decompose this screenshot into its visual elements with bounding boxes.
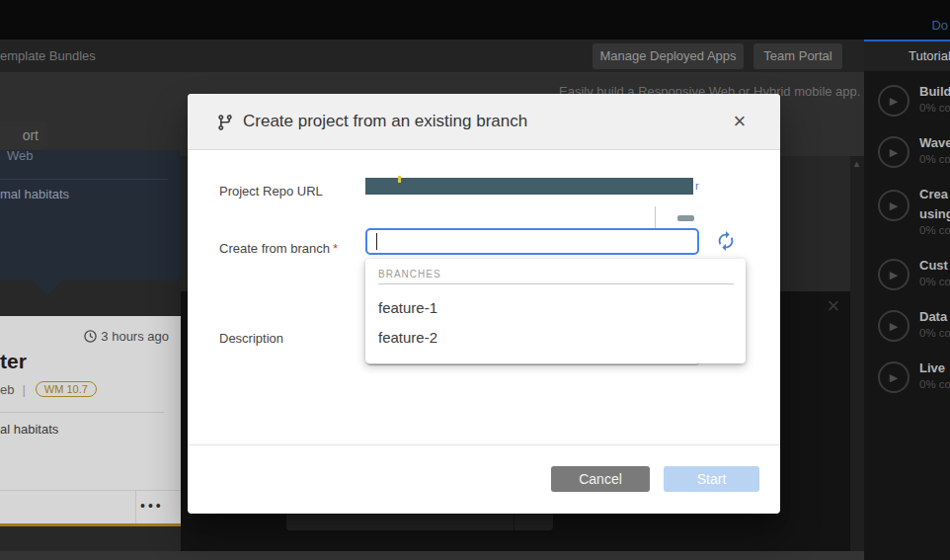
tutorials-panel: Tutorial ▶ Build 0% co ▶ Wave 0% co ▶ Cr… <box>864 40 950 560</box>
tooltip-divider <box>0 179 168 180</box>
play-icon[interactable]: ▶ <box>878 190 910 221</box>
git-branch-icon <box>216 113 234 132</box>
card-divider <box>0 412 164 413</box>
card-more-menu-icon[interactable]: ••• <box>140 498 164 514</box>
project-timestamp-label: 3 hours ago <box>101 329 169 344</box>
project-title: ter <box>0 350 27 373</box>
tutorial-item-title[interactable]: Live <box>919 360 945 375</box>
play-icon[interactable]: ▶ <box>878 310 910 342</box>
branch-label: Create from branch <box>219 241 330 256</box>
top-app-bar: Do <box>0 0 950 40</box>
modal-footer-divider <box>188 444 780 445</box>
import-button[interactable]: ort <box>0 121 47 149</box>
cancel-button[interactable]: Cancel <box>551 466 650 492</box>
background-panel-close-icon[interactable]: × <box>822 294 845 318</box>
vertical-scrollbar[interactable] <box>850 156 864 551</box>
branches-group-underline <box>378 283 734 284</box>
description-label: Description <box>219 331 283 346</box>
tooltip-description-text: mal habitats <box>0 187 69 201</box>
tutorial-item-title[interactable]: Cust <box>919 258 948 273</box>
clock-icon <box>84 330 97 343</box>
platform-separator: | <box>22 382 25 397</box>
start-button[interactable]: Start <box>664 466 759 492</box>
project-tooltip: Web mal habitats <box>0 150 181 280</box>
selection-artifact-dash <box>677 215 694 221</box>
project-platform: eb <box>0 382 14 397</box>
text-caret <box>376 233 377 250</box>
scroll-up-arrow-icon[interactable]: ▲ <box>852 159 861 169</box>
play-icon[interactable]: ▶ <box>878 259 910 290</box>
secondary-nav-bar: emplate Bundles Manage Deployed Apps Tea… <box>0 40 864 72</box>
template-bundles-tab[interactable]: emplate Bundles <box>0 48 96 63</box>
tutorial-item-title[interactable]: Data <box>919 309 947 324</box>
modal-header: Create project from an existing branch × <box>188 94 780 150</box>
tutorial-item-title[interactable]: Crea <box>919 187 948 201</box>
tutorial-item-progress: 0% co <box>919 327 950 339</box>
project-timestamp: 3 hours ago <box>84 329 169 344</box>
branches-group-header: BRANCHES <box>378 269 441 280</box>
tutorial-item-title[interactable]: Build <box>919 84 950 99</box>
background-dialog-footer-divider <box>514 514 515 530</box>
branch-option[interactable]: feature-1 <box>378 299 437 316</box>
docs-link[interactable]: Do <box>931 18 948 33</box>
repo-url-trailing-char: r <box>695 180 699 192</box>
create-project-modal: Create project from an existing branch ×… <box>188 94 780 514</box>
play-icon[interactable]: ▶ <box>878 361 910 393</box>
tooltip-arrow <box>33 280 62 295</box>
branch-label-row: Create from branch* <box>219 241 338 256</box>
card-footer-divider <box>0 490 181 491</box>
repo-url-value-selected[interactable] <box>365 178 693 195</box>
play-icon[interactable]: ▶ <box>878 85 910 117</box>
required-asterisk: * <box>333 241 338 256</box>
tutorial-item-progress: 0% co <box>919 378 950 390</box>
modal-close-icon[interactable]: × <box>725 108 754 137</box>
project-card[interactable]: 3 hours ago ter eb|WM 10.7 al habitats •… <box>0 316 181 526</box>
repo-url-label: Project Repo URL <box>219 184 323 199</box>
modal-title: Create project from an existing branch <box>243 112 527 131</box>
card-menu-divider <box>135 490 136 523</box>
project-platform-row: eb|WM 10.7 <box>0 382 97 398</box>
page-footer-strip <box>0 551 864 560</box>
app-root: Do emplate Bundles Manage Deployed Apps … <box>0 0 950 560</box>
tutorial-item-progress: 0% co <box>919 153 950 165</box>
team-portal-button[interactable]: Team Portal <box>753 43 842 69</box>
play-icon[interactable]: ▶ <box>878 136 910 168</box>
manage-deployed-apps-button[interactable]: Manage Deployed Apps <box>593 43 744 69</box>
tutorial-item-title[interactable]: Wave <box>919 135 950 150</box>
project-description: al habitats <box>0 422 58 437</box>
tutorials-tab[interactable]: Tutorial <box>864 40 950 71</box>
tutorial-item-progress: 0% co <box>919 276 950 287</box>
branches-dropdown: BRANCHES feature-1 feature-2 <box>365 259 746 363</box>
refresh-branches-icon[interactable] <box>715 230 737 252</box>
tutorial-item-progress: 0% co <box>919 224 950 236</box>
tutorial-item-title-line2[interactable]: using <box>919 206 950 221</box>
branch-option[interactable]: feature-2 <box>378 329 437 346</box>
selection-artifact <box>398 176 401 183</box>
tutorial-item-progress: 0% co <box>919 102 950 114</box>
tooltip-platform-text: Web <box>7 150 34 163</box>
version-badge: WM 10.7 <box>36 381 97 397</box>
branch-combobox-input[interactable] <box>365 228 699 255</box>
